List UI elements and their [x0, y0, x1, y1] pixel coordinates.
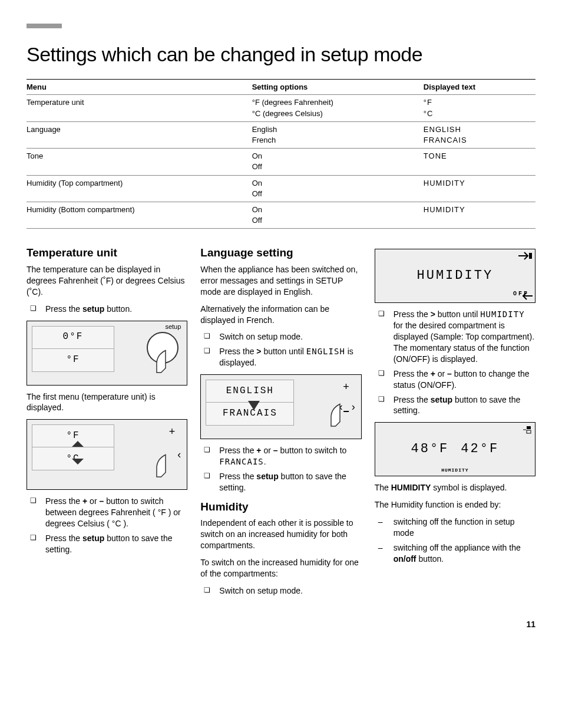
hand-icon: [322, 400, 358, 435]
hand-icon: [148, 346, 183, 381]
hum-result: The HUMIDITY symbol is displayed.: [375, 482, 535, 493]
display-temp-left: 48°F: [411, 440, 449, 458]
page-number: 11: [27, 619, 535, 630]
arrow-out-icon: [518, 292, 533, 300]
step-save-lang: Press the setup button to save the setti…: [200, 471, 361, 493]
down-arrow-icon: [248, 401, 260, 410]
step-press-next-hum: Press the > button until HUMIDITY for th…: [375, 309, 535, 364]
humidity-indicator-label: HUMIDITY: [441, 467, 468, 474]
lang-p1: When the appliance has been switched on,…: [200, 264, 361, 298]
table-row: Humidity (Bottom compartment) On Off HUM…: [27, 202, 535, 228]
cell-display: HUMIDITY: [424, 175, 535, 202]
display-top: ENGLISH: [206, 380, 293, 403]
hum-p2: To switch on the increased humidity for …: [200, 557, 361, 579]
table-row: Humidity (Top compartment) On Off HUMIDI…: [27, 175, 535, 202]
setup-label: setup: [165, 322, 181, 331]
display-top: 0°F: [32, 327, 114, 349]
cell-options: On Off: [252, 202, 424, 228]
arrow-in-icon: [518, 252, 533, 260]
step-plus-minus-hum: Press the + or – button to change the st…: [375, 368, 535, 391]
step-switch-on: Switch on setup mode.: [200, 331, 361, 342]
column-temperature: Temperature unit The temperature can be …: [27, 245, 187, 602]
page-title: Settings which can be changed in setup m…: [27, 41, 535, 68]
cell-menu: Humidity (Bottom compartment): [27, 202, 252, 228]
cell-options: °F (degrees Fahrenheit) °C (degrees Cels…: [252, 95, 424, 121]
cell-display: HUMIDITY: [424, 202, 535, 228]
plus-icon: +: [343, 380, 349, 394]
hum-end-intro: The Humidity function is ended by:: [375, 499, 535, 510]
step-switch-lang: Press the + or – button to switch to FRA…: [200, 445, 361, 467]
cell-menu: Language: [27, 121, 252, 148]
end-option-2: switching off the appliance with the on/…: [375, 542, 535, 565]
heading-humidity: Humidity: [200, 499, 361, 515]
square-icon: [523, 426, 531, 434]
step-switch-on-hum: Switch on setup mode.: [200, 585, 361, 597]
svg-rect-1: [527, 426, 531, 429]
th-menu: Menu: [27, 79, 252, 95]
hum-p1: Independent of each other it is possible…: [200, 518, 361, 551]
column-humidity-cont: HUMIDITY OFF Press the > button until HU…: [375, 245, 535, 602]
step-save-hum: Press the setup button to save the setti…: [375, 394, 535, 417]
th-display: Displayed text: [424, 79, 535, 95]
step-press-next: Press the > button until ENGLISH is disp…: [200, 346, 361, 368]
table-row: Tone On Off TONE: [27, 149, 535, 175]
illustration-temp-select: °F °C + ‹: [27, 419, 187, 490]
header-accent-bar: [27, 24, 62, 28]
cell-display: TONE: [424, 149, 535, 175]
display-humidity-text: HUMIDITY: [417, 267, 494, 285]
plus-icon: +: [169, 424, 176, 439]
display-temp-right: 42°F: [461, 440, 499, 458]
svg-rect-0: [529, 253, 532, 259]
heading-language: Language setting: [200, 245, 361, 261]
illustration-language: ENGLISH FRANCAIS + ‹ › −: [200, 374, 361, 439]
updown-arrows-icon: [72, 441, 84, 465]
step-plus-minus: Press the + or – button to switch betwee…: [27, 496, 187, 529]
lang-p2: Alternatively the information can be dis…: [200, 304, 361, 326]
temp-intro: The temperature can be displayed in degr…: [27, 264, 187, 298]
temp-after: The first menu (temperature unit) is dis…: [27, 391, 187, 414]
cell-options: On Off: [252, 149, 424, 175]
display-bottom: °F: [32, 349, 114, 371]
cell-display: ENGLISH FRANCAIS: [424, 121, 535, 148]
heading-temperature: Temperature unit: [27, 245, 187, 261]
svg-rect-2: [527, 430, 531, 433]
illustration-humidity-display: HUMIDITY OFF: [375, 249, 535, 303]
illustration-temps-display: 48°F 42°F HUMIDITY: [375, 422, 535, 476]
illustration-setup-press: setup 0°F °F: [27, 321, 187, 386]
hand-icon: [148, 450, 183, 486]
column-language: Language setting When the appliance has …: [200, 245, 361, 602]
table-row: Temperature unit °F (degrees Fahrenheit)…: [27, 95, 535, 121]
th-options: Setting options: [252, 79, 424, 95]
cell-menu: Temperature unit: [27, 95, 252, 121]
table-row: Language English French ENGLISH FRANCAIS: [27, 121, 535, 148]
end-option-1: switching off the function in setup mode: [375, 516, 535, 539]
cell-options: On Off: [252, 175, 424, 202]
cell-display: °F °C: [424, 95, 535, 121]
cell-menu: Tone: [27, 149, 252, 175]
settings-table: Menu Setting options Displayed text Temp…: [27, 79, 535, 229]
step-press-setup: Press the setup button.: [27, 304, 187, 315]
cell-options: English French: [252, 121, 424, 148]
cell-menu: Humidity (Top compartment): [27, 175, 252, 202]
step-save: Press the setup button to save the setti…: [27, 533, 187, 555]
